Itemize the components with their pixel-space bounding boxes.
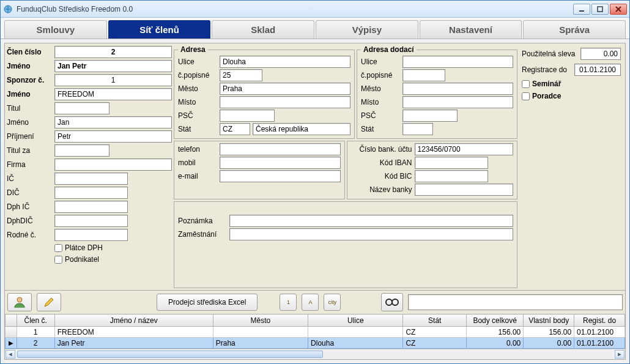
contact-group: telefon mobil e-mail <box>174 141 345 199</box>
col-street[interactable]: Ulice <box>308 314 403 327</box>
ship-place-field[interactable] <box>402 96 513 108</box>
maximize-button[interactable] <box>591 4 609 15</box>
ship-zip-field[interactable] <box>402 110 458 122</box>
table-row[interactable]: 1FREEDOMCZ156.00156.0001.01.2100 <box>6 327 625 338</box>
ship-street-field[interactable] <box>402 56 513 68</box>
filter-city-button[interactable]: city <box>324 294 341 311</box>
filter-a-button[interactable]: A <box>302 294 319 311</box>
zip-field[interactable] <box>220 110 275 122</box>
lbl-phone: telefon <box>178 145 217 154</box>
ship-city-field[interactable] <box>402 83 513 95</box>
bank-name-field[interactable] <box>415 184 514 196</box>
firstname-field[interactable] <box>54 116 172 128</box>
tab-nastaveni[interactable]: Nastavení <box>420 20 522 39</box>
col-reg-until[interactable]: Regist. do <box>574 314 625 327</box>
seminar-checkbox[interactable] <box>522 80 530 88</box>
reg-until-field[interactable] <box>574 64 621 76</box>
col-total-pts[interactable]: Body celkové <box>467 314 524 327</box>
tab-sit-clenu[interactable]: Síť členů <box>108 20 211 39</box>
lbl-title: Titul <box>7 104 51 113</box>
svg-rect-2 <box>598 7 602 12</box>
col-own-pts[interactable]: Vlastní body <box>524 314 574 327</box>
edit-icon-button[interactable] <box>37 293 61 311</box>
scroll-left-icon[interactable]: ◄ <box>6 350 15 358</box>
advisor-checkbox[interactable] <box>522 92 530 100</box>
dic-field[interactable] <box>54 187 128 199</box>
place-field[interactable] <box>220 96 350 108</box>
title-after-field[interactable] <box>54 144 109 157</box>
bic-field[interactable] <box>415 170 488 182</box>
grid-header-row: Člen č. Jméno / název Město Ulice Stát B… <box>6 314 625 327</box>
row-header[interactable]: ▶ <box>6 338 17 349</box>
svg-point-6 <box>386 299 392 305</box>
tab-smlouvy[interactable]: Smlouvy <box>4 20 107 39</box>
lbl-place: Místo <box>178 98 217 106</box>
ship-houseno-field[interactable] <box>402 69 445 81</box>
lbl-name2: Jméno <box>7 90 51 98</box>
ship-country-code-field[interactable] <box>402 123 433 135</box>
form-area: Člen číslo Jméno Sponzor č. Jméno Titul … <box>4 43 626 291</box>
email-field[interactable] <box>220 170 341 182</box>
user-icon-button[interactable] <box>7 293 32 311</box>
lbl-ship-zip: PSČ <box>361 111 400 120</box>
sponsor-no-field[interactable] <box>54 74 172 86</box>
city-field[interactable] <box>220 83 350 95</box>
tab-sklad[interactable]: Sklad <box>212 20 314 39</box>
vat-payer-checkbox[interactable] <box>54 244 62 252</box>
dph-dic-field[interactable] <box>54 215 128 227</box>
col-member-no[interactable]: Člen č. <box>17 314 54 327</box>
member-panel: Člen číslo Jméno Sponzor č. Jméno Titul … <box>7 45 172 288</box>
search-input[interactable] <box>408 294 623 310</box>
bank-acct-field[interactable] <box>415 143 514 155</box>
minimize-button[interactable] <box>573 4 590 15</box>
street-field[interactable] <box>220 56 350 68</box>
address-group: Adresa Ulice č.popisné Město Místo PSČ S… <box>174 45 355 139</box>
search-icon-button[interactable] <box>381 293 403 311</box>
birth-no-field[interactable] <box>54 229 128 241</box>
phone-field[interactable] <box>220 143 341 155</box>
col-city[interactable]: Město <box>213 314 308 327</box>
company-field[interactable] <box>54 158 172 171</box>
title-field[interactable] <box>54 102 109 114</box>
member-name-field[interactable] <box>54 60 172 72</box>
mobile-field[interactable] <box>220 157 341 169</box>
grid-corner[interactable] <box>6 314 17 327</box>
excel-export-button[interactable]: Prodejci střediska Excel <box>157 294 258 311</box>
right-panel: Použitelná sleva Registrace do Seminář P… <box>519 45 623 288</box>
lbl-name1: Jméno <box>7 62 51 70</box>
col-country[interactable]: Stát <box>403 314 467 327</box>
tab-sprava[interactable]: Správa <box>523 20 626 39</box>
lbl-birth-no: Rodné č. <box>7 231 51 239</box>
cell-street: Dlouha <box>308 338 403 349</box>
tab-vypisy[interactable]: Výpisy <box>316 20 418 39</box>
country-name-field[interactable] <box>253 123 350 135</box>
country-code-field[interactable] <box>220 123 250 135</box>
dph-ic-field[interactable] <box>54 201 128 213</box>
job-field[interactable] <box>229 228 513 240</box>
row-header[interactable] <box>6 327 17 338</box>
houseno-field[interactable] <box>220 69 262 81</box>
lbl-vat-payer: Plátce DPH <box>65 243 103 252</box>
entrepreneur-checkbox[interactable] <box>54 256 62 264</box>
scroll-right-icon[interactable]: ► <box>615 350 624 358</box>
lbl-iban: Kód IBAN <box>351 158 412 167</box>
lbl-lastname: Příjmení <box>7 132 51 141</box>
iban-field[interactable] <box>415 157 488 169</box>
grid-hscrollbar[interactable]: ◄ ► <box>5 349 625 359</box>
ic-field[interactable] <box>54 173 128 185</box>
member-no-field[interactable] <box>54 46 172 58</box>
lbl-note: Poznámka <box>178 217 227 225</box>
address-legend: Adresa <box>178 45 208 54</box>
sponsor-name-field[interactable] <box>54 88 172 100</box>
col-name[interactable]: Jméno / název <box>54 314 213 327</box>
filter-1-button[interactable]: 1 <box>280 294 297 311</box>
notes-group: Poznámka Zaměstnání <box>174 201 517 288</box>
scroll-thumb[interactable] <box>17 351 323 358</box>
close-button[interactable] <box>610 4 627 15</box>
note-field[interactable] <box>229 215 513 227</box>
table-row[interactable]: ▶2Jan PetrPrahaDlouhaCZ0.000.0001.01.210… <box>6 338 625 349</box>
discount-field[interactable] <box>580 48 621 60</box>
ship-address-group: Adresa dodací Ulice č.popisné Město Míst… <box>357 45 517 139</box>
lastname-field[interactable] <box>54 130 172 143</box>
lbl-city: Město <box>178 84 217 93</box>
